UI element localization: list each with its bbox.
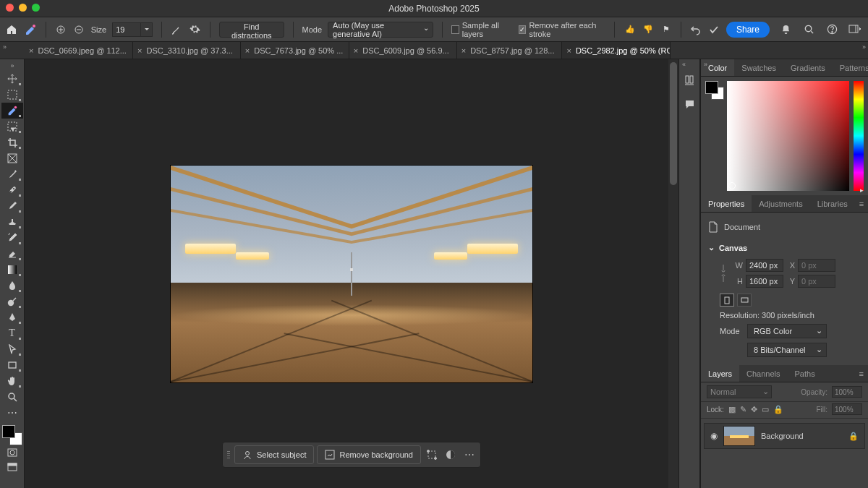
lock-artboard-icon[interactable]: ▭ (762, 405, 769, 414)
adjustment-icon[interactable] (443, 447, 459, 463)
close-tab-icon[interactable]: × (137, 46, 142, 55)
minimize-window-button[interactable] (19, 4, 27, 12)
toolbox-expander-icon[interactable]: ›› (11, 61, 14, 71)
path-selection-tool[interactable] (1, 341, 23, 357)
commit-icon[interactable] (708, 22, 720, 37)
vertical-scrollbar[interactable] (668, 59, 678, 488)
clone-stamp-tool[interactable] (1, 214, 23, 230)
blend-mode-select[interactable]: Normal (707, 385, 772, 398)
color-swatch[interactable] (2, 425, 22, 445)
brush-size-input[interactable] (112, 22, 141, 37)
hue-slider[interactable] (854, 81, 864, 191)
close-window-button[interactable] (6, 4, 14, 12)
history-brush-tool[interactable] (1, 230, 23, 246)
help-icon[interactable] (825, 22, 839, 37)
undo-icon[interactable] (690, 22, 702, 37)
screen-mode-icon[interactable] (1, 460, 23, 474)
remove-after-stroke-checkbox[interactable]: ✓ Remove after each stroke (519, 21, 605, 38)
lock-pixels-icon[interactable]: ▩ (728, 405, 736, 414)
panel-menu-icon[interactable]: ≡ (855, 200, 868, 208)
spot-healing-tool[interactable] (1, 182, 23, 198)
panels-expander-icon[interactable]: ›› (704, 61, 865, 68)
channels-tab[interactable]: Channels (739, 365, 787, 382)
brush-size-increase-icon[interactable] (73, 22, 85, 37)
pen-tool[interactable] (1, 309, 23, 325)
libraries-tab[interactable]: Libraries (810, 195, 855, 212)
tab-expand-right-icon[interactable]: ›› (862, 43, 865, 51)
close-tab-icon[interactable]: × (245, 46, 250, 55)
gradient-tool[interactable] (1, 262, 23, 278)
drag-handle-icon[interactable] (226, 450, 231, 460)
search-icon[interactable] (801, 22, 816, 37)
portrait-icon[interactable] (720, 294, 734, 307)
layer-thumbnail[interactable] (723, 426, 755, 446)
object-selection-tool[interactable] (1, 119, 23, 134)
flag-icon[interactable]: ⚑ (660, 22, 672, 37)
document-tab[interactable]: ×DSC_0669.jpeg @ 112... (25, 42, 133, 59)
document-tab[interactable]: ×DSC_6009.jpg @ 56.9... (349, 42, 457, 59)
y-input[interactable] (798, 275, 835, 288)
document-tab[interactable]: ×DSC_3310.jpg @ 37.3... (133, 42, 241, 59)
height-input[interactable] (746, 275, 783, 288)
quick-mask-icon[interactable] (1, 445, 23, 460)
blur-tool[interactable] (1, 278, 23, 294)
zoom-tool[interactable] (1, 389, 23, 405)
document-tab[interactable]: ×DSC_8757.jpg @ 128... (457, 42, 563, 59)
eraser-tool[interactable] (1, 246, 23, 262)
rectangle-tool[interactable] (1, 357, 23, 373)
document-tab[interactable]: ×DSC_7673.jpg @ 50% ... (241, 42, 349, 59)
properties-tab[interactable]: Properties (701, 195, 752, 212)
paths-tab[interactable]: Paths (788, 365, 822, 382)
gear-icon[interactable] (189, 22, 201, 37)
lock-position-icon[interactable]: ✎ (740, 405, 746, 414)
marquee-tool[interactable] (1, 87, 23, 103)
workspace-chooser-icon[interactable] (848, 22, 862, 37)
edit-toolbar-button[interactable]: ⋯ (1, 405, 23, 421)
close-tab-icon[interactable]: × (354, 46, 358, 55)
landscape-icon[interactable] (737, 294, 752, 307)
sample-all-layers-checkbox[interactable]: Sample all layers (451, 21, 513, 38)
foreground-color-swatch[interactable] (2, 425, 15, 438)
close-tab-icon[interactable]: × (566, 46, 571, 55)
select-subject-button[interactable]: Select subject (234, 445, 314, 464)
visibility-toggle-icon[interactable]: ◉ (710, 431, 718, 441)
canvas-section-toggle[interactable]: ⌄ Canvas (708, 240, 861, 255)
lock-icon[interactable]: 🔒 (848, 432, 859, 441)
eyedropper-tool[interactable] (1, 166, 23, 182)
remove-tool-icon[interactable] (24, 22, 37, 37)
bit-depth-select[interactable]: 8 Bits/Channel (747, 343, 827, 357)
layer-name[interactable]: Background (761, 432, 804, 440)
comments-panel-icon[interactable] (682, 97, 697, 111)
panel-menu-icon[interactable]: ≡ (855, 369, 868, 378)
bell-icon[interactable] (778, 22, 793, 37)
hue-slider-caret-icon[interactable]: ▸ (860, 187, 864, 194)
brushes-panel-icon[interactable] (682, 74, 697, 88)
remove-background-button[interactable]: Remove background (317, 445, 421, 464)
color-mode-select[interactable]: RGB Color (747, 324, 827, 338)
mode-select[interactable]: Auto (May use generative AI) (328, 22, 433, 38)
find-distractions-button[interactable]: Find distractions (219, 22, 284, 38)
fill-input[interactable] (832, 403, 862, 415)
link-icon[interactable] (720, 263, 727, 283)
more-options-icon[interactable]: ⋯ (461, 447, 477, 463)
type-tool[interactable]: T (1, 325, 23, 341)
color-canvas[interactable] (727, 81, 849, 191)
document-canvas[interactable] (171, 166, 532, 382)
adjustments-tab[interactable]: Adjustments (752, 195, 810, 212)
frame-tool[interactable] (1, 150, 23, 166)
thumbs-up-icon[interactable]: 👍 (624, 22, 636, 37)
layer-row[interactable]: ◉ Background 🔒 (704, 423, 865, 449)
brush-sample-icon[interactable] (171, 22, 183, 37)
remove-tool[interactable] (1, 103, 23, 119)
crop-tool[interactable] (1, 134, 23, 150)
dock-expander-icon[interactable]: ‹‹ (682, 61, 685, 68)
brush-size-decrease-icon[interactable] (55, 22, 67, 37)
dodge-tool[interactable] (1, 294, 23, 309)
home-icon[interactable] (6, 22, 18, 37)
tab-expand-left-icon[interactable]: ›› (3, 43, 6, 51)
brush-size-dropdown[interactable] (141, 22, 153, 37)
orientation-toggle[interactable] (720, 294, 752, 307)
hand-tool[interactable] (1, 373, 23, 389)
thumbs-down-icon[interactable]: 👎 (642, 22, 654, 37)
close-tab-icon[interactable]: × (461, 46, 466, 55)
